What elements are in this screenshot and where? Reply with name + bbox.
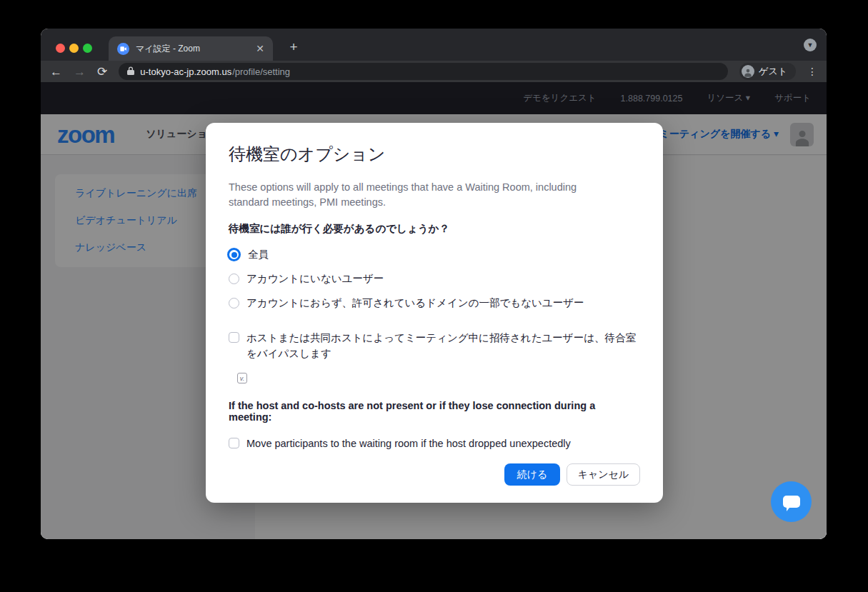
checkbox-bypass-waiting-room[interactable]: ホストまたは共同ホストによってミーティング中に招待されたユーザーは、待合室をバイ…: [229, 331, 640, 362]
radio-users-not-in-account[interactable]: アカウントにいないユーザー: [229, 271, 640, 286]
forward-icon: →: [74, 66, 86, 78]
checkbox-move-participants[interactable]: Move participants to the waiting room if…: [229, 436, 640, 452]
url-bar[interactable]: u-tokyo-ac-jp.zoom.us/profile/setting: [119, 63, 728, 80]
reload-icon[interactable]: ⟳: [97, 66, 107, 78]
dialog-question: 待機室には誰が行く必要があるのでしょうか？: [229, 222, 640, 236]
lock-icon: [127, 66, 134, 77]
radio-unselected-icon[interactable]: [229, 274, 239, 284]
url-host: u-tokyo-ac-jp.zoom.us: [140, 66, 231, 77]
browser-window: マイ設定 - Zoom ✕ + ▼ ← → ⟳ u-tokyo-ac-jp.zo…: [41, 29, 827, 539]
tab-title: マイ設定 - Zoom: [136, 43, 249, 55]
radio-users-not-in-allowed-domains[interactable]: アカウントにおらず、許可されているドメインの一部でもないユーザー: [229, 296, 640, 311]
radio-everyone[interactable]: 全員: [229, 247, 640, 262]
radio-selected-icon[interactable]: [227, 248, 241, 261]
minimize-window-button[interactable]: [69, 44, 79, 53]
dialog-actions: 続ける キャンセル: [504, 463, 640, 486]
tab-close-icon[interactable]: ✕: [256, 43, 264, 54]
guest-label: ゲスト: [759, 65, 787, 78]
checkbox-icon[interactable]: [229, 332, 239, 343]
zoom-favicon-icon: [117, 43, 129, 55]
guest-profile-button[interactable]: ゲスト: [739, 63, 796, 80]
small-badge-icon: v.: [237, 373, 247, 383]
guest-avatar-icon: [742, 65, 754, 78]
close-window-button[interactable]: [56, 44, 65, 53]
url-path: /profile/setting: [232, 66, 290, 77]
new-tab-button[interactable]: +: [284, 37, 304, 57]
checkbox-icon[interactable]: [229, 438, 239, 448]
tab-strip: マイ設定 - Zoom ✕ + ▼: [41, 29, 827, 61]
radio-unselected-icon[interactable]: [229, 298, 239, 308]
chat-bubble-icon: [783, 496, 800, 508]
chat-support-button[interactable]: [771, 481, 812, 522]
browser-toolbar: ← → ⟳ u-tokyo-ac-jp.zoom.us/profile/sett…: [41, 61, 827, 82]
fullscreen-window-button[interactable]: [83, 44, 92, 53]
back-icon[interactable]: ←: [50, 66, 62, 78]
browser-tab[interactable]: マイ設定 - Zoom ✕: [109, 36, 273, 61]
dialog-title: 待機室のオプション: [229, 143, 640, 166]
continue-button[interactable]: 続ける: [504, 463, 560, 486]
tab-search-button[interactable]: ▼: [804, 39, 817, 51]
dialog-description: These options will apply to all meetings…: [229, 180, 614, 210]
cancel-button[interactable]: キャンセル: [567, 463, 640, 486]
browser-menu-icon[interactable]: ⋮: [807, 66, 817, 77]
dialog-question-host-absent: If the host and co-hosts are not present…: [229, 400, 640, 423]
waiting-room-options-dialog: 待機室のオプション These options will apply to al…: [206, 123, 663, 503]
